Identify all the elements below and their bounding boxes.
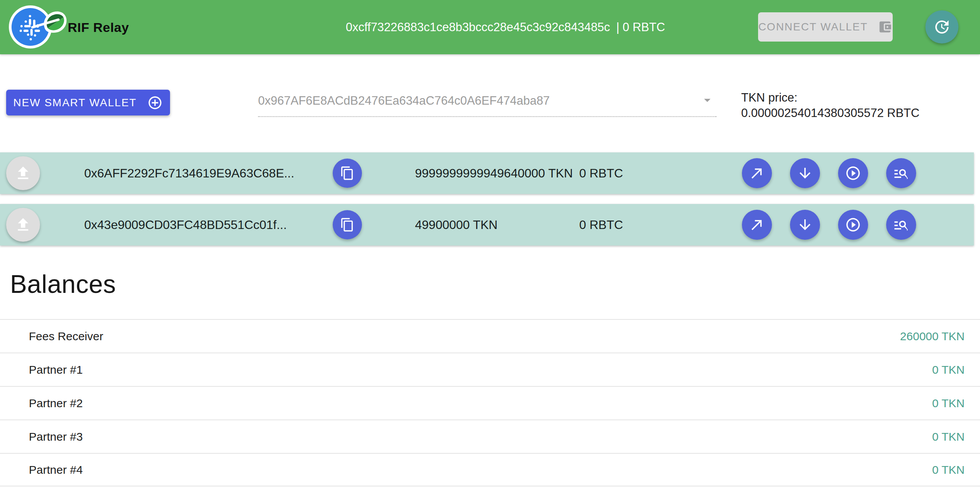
balance-value: 0 TKN — [932, 397, 965, 410]
transfer-button[interactable] — [742, 210, 772, 240]
balance-value: 0 TKN — [932, 363, 965, 376]
table-row: Partner #4 0 TKN — [0, 453, 980, 486]
inspect-transactions-button[interactable] — [886, 158, 916, 188]
arrow-down-icon — [797, 217, 813, 233]
balance-label: Partner #2 — [29, 397, 83, 410]
receive-button[interactable] — [790, 210, 820, 240]
deploy-wallet-button[interactable] — [6, 156, 40, 190]
upload-icon — [14, 164, 32, 182]
transfer-button[interactable] — [742, 158, 772, 188]
table-row: Partner #1 0 TKN — [0, 353, 980, 386]
balance-label: Partner #4 — [29, 463, 83, 476]
refresh-button[interactable] — [925, 10, 958, 43]
receive-button[interactable] — [790, 158, 820, 188]
token-price: TKN price: 0.00000254014380305572 RBTC — [741, 90, 920, 121]
balances-table: Fees Receiver 260000 TKN Partner #1 0 TK… — [0, 319, 980, 486]
table-row: Fees Receiver 260000 TKN — [0, 319, 980, 353]
new-smart-wallet-button[interactable]: NEW SMART WALLET — [6, 90, 170, 115]
upload-icon — [14, 216, 32, 234]
header-wallet-balance: | 0 RBTC — [616, 20, 665, 34]
wallet-icon — [878, 20, 892, 34]
copy-address-button[interactable] — [333, 159, 362, 188]
update-clock-icon — [933, 18, 951, 36]
copy-icon — [340, 217, 355, 232]
header-wallet-address: 0xcff73226883c1ce8b3bccc28e45c3c92c84348… — [346, 20, 610, 34]
smart-wallet-row: 0x6AFF2292Fc7134619E9A63C68E... 99999999… — [0, 152, 974, 194]
selected-wallet-address: 0x967AF6E8ACdB2476Ea634aC764c0A6EF474aba… — [258, 94, 550, 108]
dropdown-arrow-icon — [700, 92, 715, 108]
rbtc-balance: 0 RBTC — [579, 166, 623, 180]
token-balance: 9999999999949640000 TKN — [415, 152, 582, 194]
balance-label: Partner #1 — [29, 363, 83, 376]
balance-label: Fees Receiver — [29, 330, 103, 343]
smart-wallet-address: 0x6AFF2292Fc7134619E9A63C68E... — [84, 166, 294, 180]
token-price-value: 0.00000254014380305572 RBTC — [741, 105, 920, 121]
smart-wallet-select[interactable]: 0x967AF6E8ACdB2476Ea634aC764c0A6EF474aba… — [258, 85, 717, 117]
play-circle-outline-icon — [845, 165, 861, 181]
table-row: Partner #3 0 TKN — [0, 419, 980, 453]
copy-address-button[interactable] — [333, 210, 362, 239]
list-search-icon — [893, 165, 909, 181]
new-smart-wallet-label: NEW SMART WALLET — [13, 97, 137, 109]
smart-wallet-address: 0x43e9009CD03FC48BD551Cc01f... — [84, 218, 287, 232]
balance-value: 260000 TKN — [900, 330, 965, 343]
token-balance: 49900000 TKN — [415, 204, 582, 246]
arrow-up-right-icon — [749, 217, 765, 233]
add-circle-outline-icon — [147, 95, 163, 110]
table-row: Partner #2 0 TKN — [0, 386, 980, 419]
inspect-transactions-button[interactable] — [886, 210, 916, 240]
copy-icon — [340, 166, 355, 180]
deploy-wallet-button[interactable] — [6, 208, 40, 242]
arrow-up-right-icon — [749, 165, 765, 181]
balance-value: 0 TKN — [932, 430, 965, 443]
list-search-icon — [893, 217, 909, 233]
balance-value: 0 TKN — [932, 463, 965, 476]
execute-button[interactable] — [838, 158, 868, 188]
balance-label: Partner #3 — [29, 430, 83, 443]
rif-relay-app: RIF Relay 0xcff73226883c1ce8b3bccc28e45c… — [0, 0, 980, 498]
rbtc-balance: 0 RBTC — [579, 218, 623, 232]
connect-wallet-label: CONNECT WALLET — [758, 21, 868, 33]
app-header: RIF Relay 0xcff73226883c1ce8b3bccc28e45c… — [0, 0, 980, 54]
smart-wallet-row: 0x43e9009CD03FC48BD551Cc01f... 49900000 … — [0, 204, 974, 246]
execute-button[interactable] — [838, 210, 868, 240]
balances-title: Balances — [10, 269, 116, 299]
arrow-down-icon — [797, 165, 813, 181]
token-price-label: TKN price: — [741, 90, 920, 105]
connect-wallet-button[interactable]: CONNECT WALLET — [758, 12, 893, 42]
play-circle-outline-icon — [845, 217, 861, 233]
